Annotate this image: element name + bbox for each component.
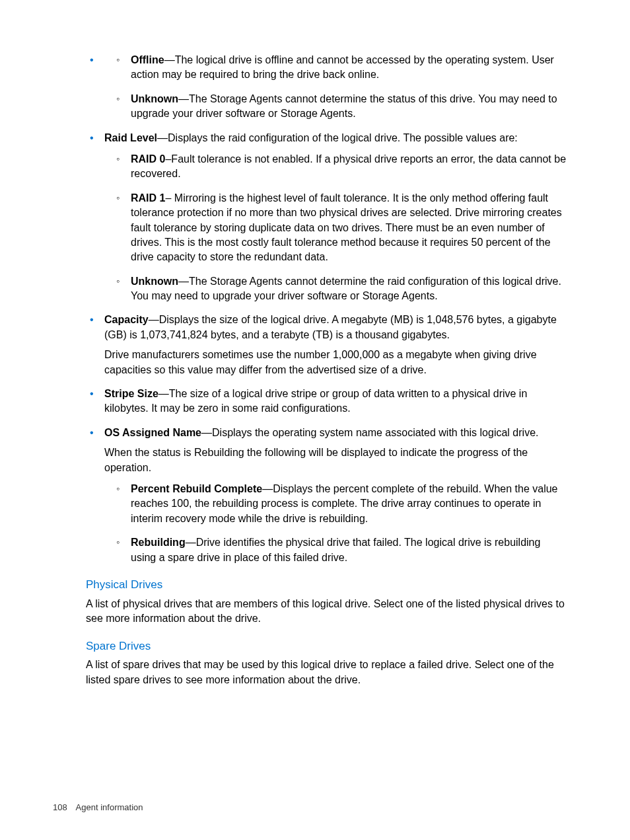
document-body: ul.level1 > li.no-marker::before{content… — [86, 53, 567, 687]
rebuild-sub-list: Percent Rebuild Complete—Displays the pe… — [104, 482, 567, 565]
item-os-assigned-name: OS Assigned Name—Displays the operating … — [104, 426, 567, 565]
extra-para: When the status is Rebuilding the follow… — [104, 445, 567, 475]
body-spare-drives: A list of spare drives that may be used … — [86, 658, 567, 687]
desc: —The size of a logical drive stripe or g… — [104, 388, 527, 414]
term: Stripe Size — [104, 388, 158, 399]
heading-physical-drives: Physical Drives — [86, 577, 567, 593]
sub-item-rebuilding: Rebuilding—Drive identifies the physical… — [131, 535, 567, 565]
sub-item-offline: Offline—The logical drive is offline and… — [131, 53, 567, 83]
desc: —Displays the size of the logical drive.… — [104, 314, 557, 340]
body-physical-drives: A list of physical drives that are membe… — [86, 597, 567, 627]
term: Unknown — [131, 93, 178, 104]
sub-item-raid1: RAID 1– Mirroring is the highest level o… — [131, 191, 567, 265]
term: Raid Level — [104, 132, 157, 143]
sub-item-unknown: Unknown—The Storage Agents cannot determ… — [131, 92, 567, 122]
footer-title: Agent information — [76, 802, 143, 812]
extra-para: Drive manufacturers sometimes use the nu… — [104, 348, 567, 377]
sub-item-raid0: RAID 0–Fault tolerance is not enabled. I… — [131, 152, 567, 182]
page-footer: 108 Agent information — [53, 802, 143, 814]
desc: —The logical drive is offline and cannot… — [131, 54, 554, 80]
desc: —Drive identifies the physical drive tha… — [131, 537, 540, 562]
item-stripe-size: Stripe Size—The size of a logical drive … — [104, 387, 567, 416]
term: Offline — [131, 54, 164, 65]
item-capacity: Capacity—Displays the size of the logica… — [104, 313, 567, 377]
term: Percent Rebuild Complete — [131, 483, 262, 494]
item-raid-level: Raid Level—Displays the raid configurati… — [104, 131, 567, 304]
desc: —Displays the operating system name asso… — [201, 427, 538, 438]
heading-spare-drives: Spare Drives — [86, 638, 567, 654]
desc: –Fault tolerance is not enabled. If a ph… — [131, 153, 566, 179]
desc: —Displays the raid configuration of the … — [157, 132, 518, 143]
term: OS Assigned Name — [104, 427, 201, 438]
sub-item-raid-unknown: Unknown—The Storage Agents cannot determ… — [131, 274, 567, 304]
page-number: 108 — [53, 802, 67, 812]
continued-sub-list: Offline—The logical drive is offline and… — [86, 53, 567, 122]
sub-item-percent-rebuild: Percent Rebuild Complete—Displays the pe… — [131, 482, 567, 526]
term: RAID 1 — [131, 192, 165, 204]
raid-sub-list: RAID 0–Fault tolerance is not enabled. I… — [104, 152, 567, 304]
term: RAID 0 — [131, 153, 165, 165]
term: Capacity — [104, 314, 149, 325]
main-list: Raid Level—Displays the raid configurati… — [86, 131, 567, 565]
desc: – Mirroring is the highest level of faul… — [131, 192, 562, 263]
desc: —The Storage Agents cannot determine the… — [131, 276, 561, 301]
term: Unknown — [131, 276, 178, 287]
term: Rebuilding — [131, 537, 186, 548]
desc: —The Storage Agents cannot determine the… — [131, 93, 557, 119]
